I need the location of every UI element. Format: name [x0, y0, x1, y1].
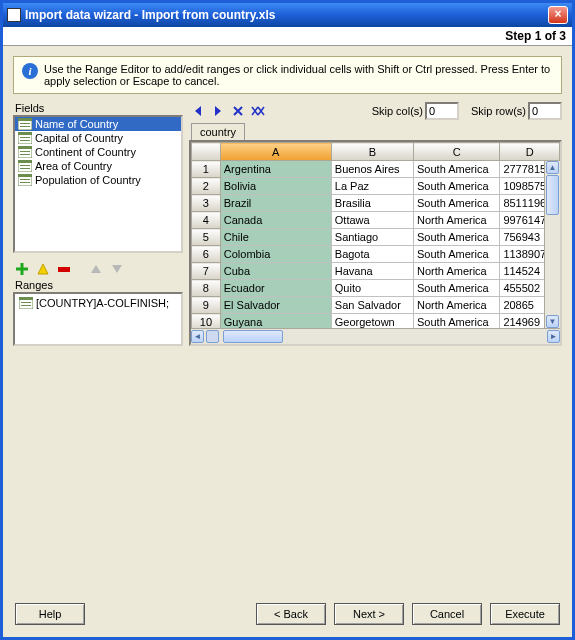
sheet-tab[interactable]: country [191, 123, 245, 140]
table-row[interactable]: 8EcuadorQuitoSouth America455502 [192, 280, 560, 297]
data-grid[interactable]: ABCD1ArgentinaBuenos AiresSouth America2… [189, 140, 562, 346]
cell[interactable]: North America [414, 212, 500, 229]
range-item[interactable]: [COUNTRY]A-COLFINISH; [17, 296, 179, 310]
scroll-left-icon[interactable]: ◄ [191, 330, 204, 343]
move-up-icon[interactable] [87, 261, 105, 277]
cell[interactable]: Chile [220, 229, 331, 246]
row-number[interactable]: 1 [192, 161, 221, 178]
field-item[interactable]: Population of Country [15, 173, 181, 187]
field-item[interactable]: Name of Country [15, 117, 181, 131]
table-row[interactable]: 3BrazilBrasiliaSouth America8511196 [192, 195, 560, 212]
cell[interactable]: South America [414, 195, 500, 212]
cell[interactable]: South America [414, 178, 500, 195]
row-number[interactable]: 7 [192, 263, 221, 280]
field-item[interactable]: Area of Country [15, 159, 181, 173]
cell[interactable]: La Paz [331, 178, 413, 195]
skip-row-input[interactable] [528, 102, 562, 120]
table-row[interactable]: 1ArgentinaBuenos AiresSouth America27778… [192, 161, 560, 178]
svg-rect-1 [18, 118, 32, 121]
cell[interactable]: Buenos Aires [331, 161, 413, 178]
scroll-right-icon[interactable]: ► [547, 330, 560, 343]
row-number[interactable]: 9 [192, 297, 221, 314]
move-down-icon[interactable] [108, 261, 126, 277]
cell[interactable]: Ecuador [220, 280, 331, 297]
scroll-up-icon[interactable]: ▲ [546, 161, 559, 174]
scroll-down-icon[interactable]: ▼ [546, 315, 559, 328]
cell[interactable]: Brasilia [331, 195, 413, 212]
row-number[interactable]: 5 [192, 229, 221, 246]
arrow-left-icon[interactable] [189, 103, 207, 119]
row-number[interactable]: 4 [192, 212, 221, 229]
cell[interactable]: Bagota [331, 246, 413, 263]
cell[interactable]: San Salvador [331, 297, 413, 314]
titlebar[interactable]: Import data wizard - Import from country… [3, 3, 572, 27]
row-number[interactable]: 6 [192, 246, 221, 263]
row-number[interactable]: 2 [192, 178, 221, 195]
cell[interactable]: Argentina [220, 161, 331, 178]
vertical-scrollbar[interactable]: ▲ ▼ [544, 161, 560, 328]
hint-bar: i Use the Range Editor to add/edit range… [13, 56, 562, 94]
svg-rect-14 [20, 165, 30, 166]
table-row[interactable]: 7CubaHavanaNorth America114524 [192, 263, 560, 280]
cell[interactable]: Guyana [220, 314, 331, 328]
clear-icon[interactable] [229, 103, 247, 119]
table-row[interactable]: 2BoliviaLa PazSouth America1098575 [192, 178, 560, 195]
column-header[interactable] [192, 143, 221, 161]
svg-rect-17 [18, 174, 32, 177]
left-column: Fields Name of CountryCapital of Country… [13, 102, 183, 346]
column-header[interactable]: C [414, 143, 500, 161]
cell[interactable]: Havana [331, 263, 413, 280]
scroll-thumb[interactable] [546, 175, 559, 215]
cell[interactable]: Quito [331, 280, 413, 297]
table-row[interactable]: 6ColombiaBagotaSouth America1138907 [192, 246, 560, 263]
table-row[interactable]: 5ChileSantiagoSouth America756943 [192, 229, 560, 246]
cell[interactable]: South America [414, 229, 500, 246]
edit-range-icon[interactable] [34, 261, 52, 277]
table-row[interactable]: 4CanadaOttawaNorth America9976147 [192, 212, 560, 229]
field-item[interactable]: Continent of Country [15, 145, 181, 159]
add-range-icon[interactable] [13, 261, 31, 277]
cell[interactable]: Brazil [220, 195, 331, 212]
table-row[interactable]: 10GuyanaGeorgetownSouth America214969 [192, 314, 560, 328]
arrow-right-icon[interactable] [209, 103, 227, 119]
cell[interactable]: South America [414, 280, 500, 297]
hscroll-thumb[interactable] [223, 330, 283, 343]
next-button[interactable]: Next > [334, 603, 404, 625]
fields-list[interactable]: Name of CountryCapital of CountryContine… [13, 115, 183, 253]
row-number[interactable]: 10 [192, 314, 221, 328]
column-header[interactable]: A [220, 143, 331, 161]
cell[interactable]: Colombia [220, 246, 331, 263]
cell[interactable]: South America [414, 314, 500, 328]
cell[interactable]: Georgetown [331, 314, 413, 328]
skip-col-input[interactable] [425, 102, 459, 120]
horizontal-scrollbar[interactable]: ◄ ► [191, 328, 560, 344]
column-header[interactable]: D [500, 143, 560, 161]
help-button[interactable]: Help [15, 603, 85, 625]
table-row[interactable]: 9El SalvadorSan SalvadorNorth America208… [192, 297, 560, 314]
column-header[interactable]: B [331, 143, 413, 161]
ranges-list[interactable]: [COUNTRY]A-COLFINISH; [13, 292, 183, 346]
svg-rect-7 [20, 140, 30, 141]
cell[interactable]: Bolivia [220, 178, 331, 195]
cell[interactable]: El Salvador [220, 297, 331, 314]
cell[interactable]: Santiago [331, 229, 413, 246]
cell[interactable]: South America [414, 246, 500, 263]
clear-all-icon[interactable] [249, 103, 267, 119]
execute-button[interactable]: Execute [490, 603, 560, 625]
wizard-window: Import data wizard - Import from country… [0, 0, 575, 640]
delete-range-icon[interactable] [55, 261, 73, 277]
scroll-box-icon[interactable] [206, 330, 219, 343]
close-icon[interactable]: × [548, 6, 568, 24]
cell[interactable]: North America [414, 263, 500, 280]
cell[interactable]: North America [414, 297, 500, 314]
cell[interactable]: South America [414, 161, 500, 178]
field-item[interactable]: Capital of Country [15, 131, 181, 145]
field-item-label: Capital of Country [35, 132, 123, 144]
cell[interactable]: Ottawa [331, 212, 413, 229]
cell[interactable]: Cuba [220, 263, 331, 280]
back-button[interactable]: < Back [256, 603, 326, 625]
cancel-button[interactable]: Cancel [412, 603, 482, 625]
row-number[interactable]: 3 [192, 195, 221, 212]
row-number[interactable]: 8 [192, 280, 221, 297]
cell[interactable]: Canada [220, 212, 331, 229]
